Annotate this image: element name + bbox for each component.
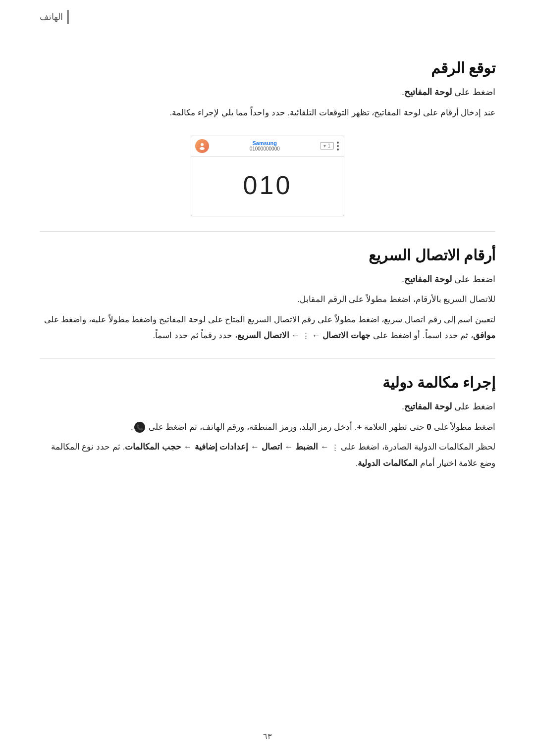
section3-subtitle: اضغط على لوحة المفاتيح. [40, 399, 495, 414]
bold-zero: 0 [427, 422, 431, 432]
svg-point-1 [200, 147, 205, 150]
section1-body: عند إدخال أرقام على لوحة المفاتيح، تظهر … [40, 105, 495, 121]
section2-body1: للاتصال السريع بالأرقام، اضغط مطولاً على… [40, 292, 495, 307]
call-button-icon: 📞 [134, 422, 145, 433]
bold-contacts: جهات الاتصال [322, 331, 371, 340]
bold-block-calls: حجب المكالمات [125, 442, 181, 452]
contact-name: Samsung [212, 140, 317, 146]
bold-extra-settings: إعدادات إضافية [195, 442, 249, 452]
phone-ui-box: 1 ▾ Samsung 01000000000 010 [191, 136, 344, 216]
sim-arrow: ▾ [323, 143, 326, 149]
menu-dots-icon[interactable] [337, 142, 339, 151]
bold-mwafiq: موافق [473, 331, 495, 340]
section-speed-dial: أرقام الاتصال السريع اضغط على لوحة المفا… [40, 247, 495, 344]
header-title: الهاتف [40, 11, 63, 22]
bold-settings: الضبط [295, 442, 318, 452]
section3-body2: لحظر المكالمات الدولية الصادرة، اضغط على… [40, 439, 495, 471]
page-number: ٦٣ [263, 732, 272, 741]
contact-info: Samsung 01000000000 [212, 140, 317, 151]
divider1 [40, 231, 495, 232]
number-display: 010 [191, 156, 344, 216]
section3-title: إجراء مكالمة دولية [40, 374, 495, 391]
bold-plus: + [357, 422, 362, 432]
menu-dots-inline2: ⋮ [331, 441, 339, 455]
menu-dots-inline1: ⋮ [302, 329, 310, 343]
sim-selector[interactable]: 1 ▾ [320, 142, 334, 150]
section-predict-number: توقع الرقم اضغط على لوحة المفاتيح. عند إ… [40, 59, 495, 216]
bold-international-calls: المكالمات الدولية [358, 458, 418, 468]
phone-ui-topbar: 1 ▾ Samsung 01000000000 [191, 136, 344, 156]
section1-title: توقع الرقم [40, 59, 495, 77]
bold-connection: اتصال [262, 442, 282, 452]
section3-body1: اضغط مطولاً على 0 حتى تظهر العلامة +. أد… [40, 419, 495, 435]
section2-subtitle-bold: لوحة المفاتيح [404, 274, 452, 284]
section3-subtitle-bold: لوحة المفاتيح [404, 402, 452, 411]
section1-subtitle-bold: لوحة المفاتيح [404, 87, 452, 97]
divider2 [40, 358, 495, 359]
contact-avatar [195, 139, 209, 153]
bold-speed-dial: الاتصال السريع [237, 331, 289, 340]
header-bar: الهاتف [40, 10, 69, 24]
dot2 [337, 145, 339, 147]
phone-ui-wrapper: 1 ▾ Samsung 01000000000 010 [40, 136, 495, 216]
section2-title: أرقام الاتصال السريع [40, 247, 495, 264]
contact-phone: 01000000000 [212, 146, 317, 151]
page-container: الهاتف توقع الرقم اضغط على لوحة المفاتيح… [0, 0, 535, 756]
dot1 [337, 142, 339, 144]
section1-subtitle: اضغط على لوحة المفاتيح. [40, 85, 495, 100]
sim-number: 1 [327, 143, 330, 149]
dot3 [337, 149, 339, 151]
svg-point-0 [201, 143, 204, 146]
section2-subtitle: اضغط على لوحة المفاتيح. [40, 272, 495, 287]
section2-body2: لتعيين اسم إلى رقم اتصال سريع، اضغط مطول… [40, 312, 495, 344]
section-international-call: إجراء مكالمة دولية اضغط على لوحة المفاتي… [40, 374, 495, 471]
